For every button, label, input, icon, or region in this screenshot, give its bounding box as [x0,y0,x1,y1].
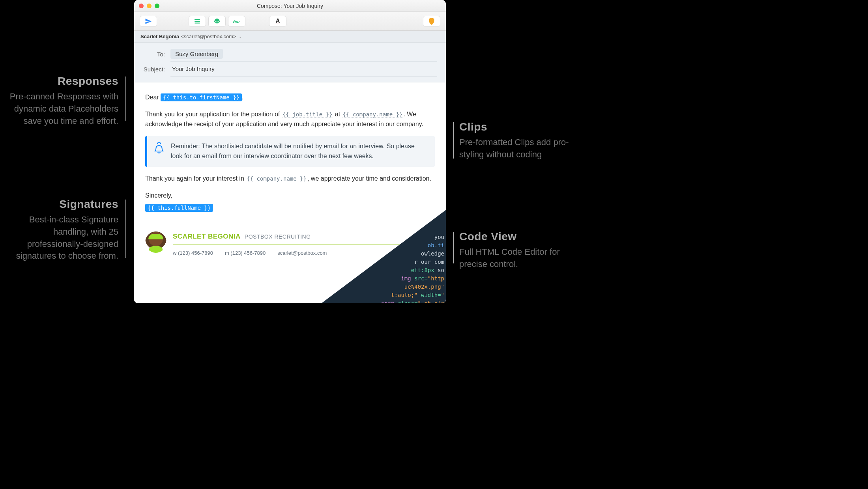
text-format-icon: A [275,18,280,25]
send-icon [145,18,152,25]
signature-phone-mobile: m (123) 456-7890 [225,249,266,257]
avatar [145,231,166,253]
signature-button[interactable] [228,16,245,27]
code-text: width= [418,292,441,298]
annotation-desc: Best-in-class Signature handling, with 2… [0,214,118,262]
placeholder-company-2[interactable]: {{ company.name }} [246,175,307,182]
signature-company: POSTBOX RECRUITING [245,233,311,241]
code-text: ue%402x.png" [404,284,444,290]
subject-label: Subject: [143,66,170,73]
to-label: To: [143,51,170,58]
code-text: class= [398,300,418,303]
clip-block[interactable]: Reminder: The shortlisted candidate will… [145,136,435,167]
recipient-chip[interactable]: Suzy Greenberg [170,49,223,59]
placeholder-jobtitle[interactable]: {{ job.title }} [282,111,333,118]
annotation-title: Code View [459,230,586,243]
paragraph-1: Thank you for your application for the p… [145,110,435,129]
clips-button[interactable] [208,16,226,27]
placeholder-company[interactable]: {{ company.name }} [342,111,404,118]
annotation-clips: Clips Pre-formatted Clips add pro-stylin… [459,121,586,161]
security-button[interactable] [423,16,440,27]
subject-field[interactable]: Your Job Inquiry [170,62,437,77]
annotation-desc: Pre-formatted Clips add pro-styling with… [459,136,586,161]
text: Dear [145,94,161,101]
code-text: r our com [414,259,444,265]
signature-name: SCARLET BEGONIA [173,231,241,242]
placeholder-fullname[interactable]: {{ this.fullName }} [145,204,213,212]
text: Thank you for your application for the p… [145,111,282,118]
annotation-title: Clips [459,121,586,133]
clip-text: Reminder: The shortlisted candidate will… [171,142,428,161]
from-bar[interactable]: Scarlet Begonia <scarlet@postbox.com> ⌄ [134,31,446,43]
window-title: Compose: Your Job Inquiry [134,3,446,9]
compose-body[interactable]: Dear {{ this.to.firstName }}, Thank you … [134,82,446,303]
code-text: so [434,267,444,273]
code-text: "_pb_pla [418,300,444,303]
code-text: src= [414,275,428,282]
compose-headers: To: Suzy Greenberg Subject: Your Job Inq… [134,43,446,82]
subject-row: Subject: Your Job Inquiry [143,62,437,77]
text: , we appreciate your time and considerat… [307,175,431,182]
annotation-codeview: Code View Full HTML Code Editor for prec… [459,230,586,271]
code-text: t:auto;" [391,292,417,298]
text: Thank you again for your interest in [145,175,246,182]
annotation-responses: Responses Pre-canned Responses with dyna… [0,75,118,127]
signoff-placeholder-line: {{ this.fullName }} [145,203,435,213]
code-text: span [381,300,398,303]
paragraph-2: Thank you again for your interest in {{ … [145,174,435,184]
placeholder-firstname[interactable]: {{ this.to.firstName }} [161,93,242,101]
shield-icon [428,18,435,25]
from-name: Scarlet Begonia [140,34,179,39]
titlebar[interactable]: Compose: Your Job Inquiry [134,0,446,12]
responses-icon [194,19,201,24]
toolbar: A [134,12,446,31]
compose-window: Compose: Your Job Inquiry A Scarlet Be [134,0,446,303]
code-text: " [441,292,444,298]
text: , [242,94,243,101]
send-button[interactable] [140,16,157,27]
subject-value: Your Job Inquiry [170,65,215,72]
annotation-title: Responses [0,75,118,88]
layers-icon [213,18,221,25]
code-text: owledge [421,250,444,257]
annotation-desc: Full HTML Code Editor for precise contro… [459,246,586,271]
signature-icon [233,19,241,24]
code-text: img [401,275,414,282]
annotation-desc: Pre-canned Responses with dynamic data P… [0,91,118,127]
signature-phone-work: w (123) 456-7890 [173,249,213,257]
annotation-divider [453,122,454,159]
format-button[interactable]: A [269,16,286,27]
annotation-divider [453,232,454,263]
annotation-divider [125,77,126,121]
annotation-divider [125,200,126,258]
signature-email: scarlet@postbox.com [277,249,327,257]
code-text: you [434,234,444,240]
code-text: eft:8px [411,267,434,273]
signoff: Sincerely, [145,191,435,201]
code-text: ob.ti [428,242,444,248]
text: at [333,111,342,118]
chevron-down-icon[interactable]: ⌄ [239,34,242,39]
reminder-icon [154,142,164,157]
from-email: <scarlet@postbox.com> [181,34,236,39]
to-field[interactable]: Suzy Greenberg [170,47,437,62]
to-row: To: Suzy Greenberg [143,47,437,62]
responses-button[interactable] [189,16,206,27]
greeting-line: Dear {{ this.to.firstName }}, [145,93,435,103]
annotation-title: Signatures [0,198,118,211]
annotation-signatures: Signatures Best-in-class Signature handl… [0,198,118,262]
code-text: "http [428,275,444,282]
